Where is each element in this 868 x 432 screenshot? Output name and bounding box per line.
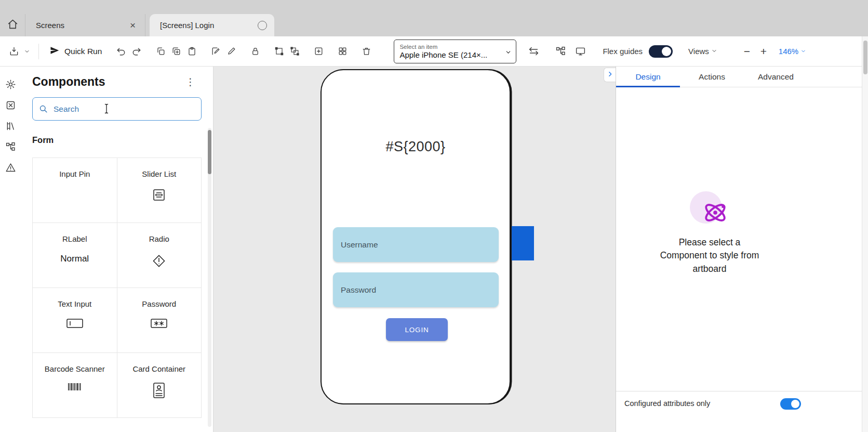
components-panel-title: Components (32, 75, 105, 89)
zoom-level-value: 146% (779, 47, 798, 56)
zoom-out-button[interactable]: − (740, 45, 754, 58)
ungroup-button[interactable] (287, 43, 302, 60)
components-grid: Input Pin Slider List RLabel Normal Radi… (32, 158, 202, 418)
main-toolbar: Quick Run (0, 36, 862, 67)
selected-element-rect[interactable] (512, 226, 534, 260)
component-label: Text Input (58, 299, 91, 308)
password-field[interactable]: Password (333, 272, 499, 307)
group-icon (274, 46, 284, 56)
close-icon[interactable]: × (128, 20, 138, 31)
home-button[interactable] (0, 14, 25, 36)
tab-actions[interactable]: Actions (680, 67, 744, 87)
toggle-knob (662, 47, 671, 56)
component-label: Password (142, 299, 176, 308)
phone-artboard[interactable]: #S{2000} Username Password LOGIN (321, 69, 511, 404)
layout-grid-button[interactable] (335, 43, 350, 60)
app-window: Screens × [Screens] Login Quick Run (0, 0, 868, 432)
components-search (32, 97, 202, 121)
books-icon (5, 121, 16, 134)
ungroup-icon (290, 46, 300, 56)
scrollbar-thumb[interactable] (863, 41, 867, 74)
login-button[interactable]: LOGIN (386, 318, 448, 341)
window-scrollbar[interactable] (862, 36, 868, 432)
design-canvas[interactable]: #S{2000} Username Password LOGIN (213, 67, 616, 432)
draw-button[interactable] (223, 43, 239, 60)
zoom-level-dropdown[interactable]: 146% (779, 47, 806, 56)
component-label: RLabel (62, 234, 87, 243)
scrollbar-thumb[interactable] (208, 130, 211, 174)
run-send-icon (49, 45, 60, 58)
component-card-input-pin[interactable]: Input Pin (33, 158, 117, 223)
active-tab-underline (616, 86, 680, 87)
screen-title-text[interactable]: #S{2000} (322, 139, 510, 155)
flex-guides-toggle[interactable] (649, 45, 673, 58)
chevron-down-icon (24, 48, 30, 55)
lock-button[interactable] (247, 43, 263, 60)
panel-expand-button[interactable] (604, 68, 616, 82)
panel-footer: Configured attributes only (616, 391, 862, 432)
chevron-down-icon (711, 47, 717, 56)
rename-button[interactable] (208, 43, 223, 60)
delete-button[interactable] (358, 43, 374, 60)
duplicate-button[interactable] (168, 43, 184, 60)
tab-advanced[interactable]: Advanced (744, 67, 808, 87)
tab-screens[interactable]: Screens × (25, 14, 145, 36)
quick-run-button[interactable]: Quick Run (49, 45, 102, 58)
text-input-icon (65, 317, 85, 332)
device-selector-label: Select an item (399, 43, 501, 51)
component-card-slider-list[interactable]: Slider List (117, 158, 202, 223)
properties-panel: Design Actions Advanced Please select a … (616, 67, 862, 432)
preview-screen-button[interactable] (572, 43, 588, 60)
component-card-password[interactable]: Password (117, 288, 202, 353)
component-card-card-container[interactable]: Card Container (117, 353, 202, 418)
tab-label: Actions (699, 72, 725, 82)
atom-icon (701, 199, 729, 229)
library-button[interactable] (4, 121, 17, 133)
search-input[interactable] (32, 97, 202, 121)
undo-button[interactable] (113, 43, 129, 60)
toggle-knob (791, 400, 799, 408)
paste-button[interactable] (184, 43, 199, 60)
copy-button[interactable] (153, 43, 168, 60)
zoom-in-button[interactable]: + (757, 45, 770, 58)
flex-guides-label: Flex guides (603, 47, 643, 56)
text-cursor-icon (103, 102, 110, 117)
configured-attributes-label: Configured attributes only (624, 398, 710, 408)
tab-label: Advanced (758, 72, 794, 82)
tab-design[interactable]: Design (616, 67, 680, 87)
component-label: Slider List (142, 169, 176, 178)
kebab-menu-icon[interactable]: ⋮ (185, 77, 195, 87)
search-icon (38, 104, 48, 116)
home-icon (7, 19, 18, 32)
username-field[interactable]: Username (333, 227, 499, 262)
package-box-icon (5, 100, 16, 113)
redo-button[interactable] (129, 43, 144, 60)
hierarchy-icon (5, 141, 16, 154)
component-card-text-input[interactable]: Text Input (33, 288, 117, 353)
settings-button[interactable] (4, 79, 17, 91)
swap-device-button[interactable] (526, 43, 541, 60)
configured-attributes-toggle[interactable] (780, 398, 801, 410)
password-stars-icon (149, 317, 169, 332)
tab-screens-login[interactable]: [Screens] Login (150, 14, 274, 36)
screen-tree-button[interactable] (4, 141, 17, 154)
tree-view-button[interactable] (553, 43, 568, 60)
redo-icon (131, 46, 142, 57)
component-card-radio[interactable]: Radio (117, 223, 202, 288)
component-card-rlabel[interactable]: RLabel Normal (33, 223, 117, 288)
properties-tabs: Design Actions Advanced (616, 67, 862, 87)
add-frame-button[interactable] (311, 43, 326, 60)
group-button[interactable] (271, 43, 287, 60)
quick-run-label: Quick Run (64, 47, 102, 56)
save-button[interactable] (6, 43, 22, 60)
component-label: Card Container (132, 364, 185, 373)
components-scrollbar[interactable] (208, 128, 211, 427)
warnings-button[interactable] (4, 162, 17, 175)
frame-plus-icon (314, 46, 324, 56)
device-selector[interactable]: Select an item Apple iPhone SE (214×... (394, 40, 516, 63)
section-label-form: Form (32, 135, 213, 145)
component-card-barcode-scanner[interactable]: Barcode Scanner (33, 353, 117, 418)
save-menu-chevron[interactable] (22, 43, 32, 60)
views-dropdown[interactable]: Views (688, 47, 717, 56)
components-library-button[interactable] (4, 100, 17, 112)
